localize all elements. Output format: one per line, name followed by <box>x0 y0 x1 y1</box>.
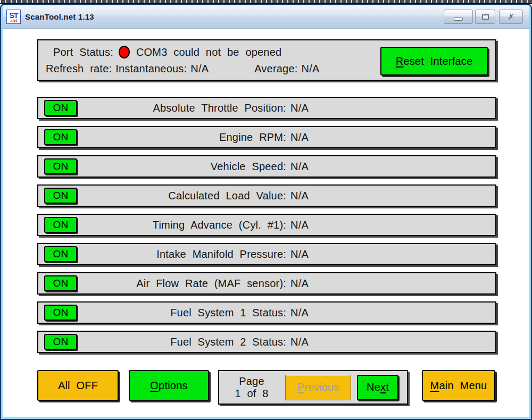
desktop-edge <box>0 0 532 4</box>
sensor-on-toggle[interactable]: ON <box>44 246 77 262</box>
sensor-on-toggle[interactable]: ON <box>44 275 77 291</box>
main-menu-button[interactable]: Main Menu <box>422 370 495 401</box>
sensor-row: Timing Advance (Cyl. #1):N/A ON <box>37 214 496 236</box>
sensor-row: Air Flow Rate (MAF sensor):N/A ON <box>37 272 496 295</box>
instantaneous-label: Instantaneous: <box>115 63 187 75</box>
sensor-value: N/A <box>290 190 309 202</box>
sensor-row: Intake Manifold Pressure:N/A ON <box>37 243 496 265</box>
next-page-button[interactable]: Next <box>357 375 398 400</box>
maximize-button[interactable] <box>475 10 495 24</box>
client-area: Port Status: COM3 could not be opened Re… <box>3 29 529 417</box>
titlebar[interactable]: ST .net ScanTool.net 1.13 ✗ <box>3 5 529 29</box>
close-icon: ✗ <box>508 13 514 21</box>
sensor-row: Fuel System 1 Status:N/A ON <box>37 301 496 324</box>
page-indicator-line1: Page <box>219 375 284 388</box>
sensor-value: N/A <box>290 307 309 319</box>
window-controls: ✗ <box>444 10 523 24</box>
app-window: ST .net ScanTool.net 1.13 ✗ Port Status:… <box>3 5 529 417</box>
sensor-value: N/A <box>290 219 309 231</box>
sensor-value: N/A <box>290 161 309 173</box>
sensor-on-toggle[interactable]: ON <box>44 100 77 116</box>
reset-interface-button[interactable]: Reset Interface <box>380 47 488 75</box>
instantaneous-value: N/A <box>190 63 209 75</box>
page-navigation-panel: Page 1 of 8 Previous Next <box>218 370 408 405</box>
window-frame: ST .net ScanTool.net 1.13 ✗ Port Status:… <box>0 4 532 420</box>
footer-bar: All OFF Options Page 1 of 8 Previous Nex… <box>37 370 496 405</box>
sensor-on-toggle[interactable]: ON <box>44 158 77 174</box>
port-status-label: Port Status: <box>53 46 113 58</box>
sensor-row: Fuel System 2 Status:N/A ON <box>37 331 496 353</box>
window-title: ScanTool.net 1.13 <box>25 12 94 21</box>
sensor-on-toggle[interactable]: ON <box>44 188 77 204</box>
port-status-light-icon <box>119 46 130 58</box>
sensor-value: N/A <box>290 102 309 114</box>
app-icon-st-text: ST <box>10 12 18 19</box>
all-off-button[interactable]: All OFF <box>37 370 119 401</box>
sensor-row: Engine RPM:N/A ON <box>37 126 496 148</box>
sensor-row: Absolute Throttle Position:N/A ON <box>37 97 496 119</box>
sensor-on-toggle[interactable]: ON <box>44 334 77 350</box>
minimize-button[interactable] <box>444 10 473 24</box>
sensor-value: N/A <box>290 278 309 290</box>
sensor-value: N/A <box>290 336 309 348</box>
sensor-row: Calculated Load Value:N/A ON <box>37 184 496 207</box>
sensor-on-toggle[interactable]: ON <box>44 305 77 321</box>
sensor-on-toggle[interactable]: ON <box>44 217 77 233</box>
close-button[interactable]: ✗ <box>499 10 523 24</box>
sensor-list: Absolute Throttle Position:N/A ON Engine… <box>37 97 496 353</box>
average-value: N/A <box>301 63 319 75</box>
options-button[interactable]: Options <box>129 370 209 401</box>
app-icon: ST .net <box>6 10 21 24</box>
sensor-row: Vehicle Speed:N/A ON <box>37 155 496 178</box>
average-label: Average: <box>254 63 297 75</box>
port-status-message: COM3 could not be opened <box>136 46 281 58</box>
sensor-on-toggle[interactable]: ON <box>44 129 77 145</box>
sensor-value: N/A <box>290 131 309 144</box>
page-indicator: Page 1 of 8 <box>219 375 284 400</box>
maximize-icon <box>482 14 489 20</box>
page-indicator-line2: 1 of 8 <box>219 388 284 400</box>
refresh-rate-label: Refresh rate: <box>46 63 112 75</box>
previous-page-button[interactable]: Previous <box>285 375 351 400</box>
minimize-icon <box>454 18 463 21</box>
port-status-panel: Port Status: COM3 could not be opened Re… <box>37 39 496 81</box>
sensor-value: N/A <box>290 248 309 261</box>
app-icon-net-text: .net <box>10 19 16 22</box>
